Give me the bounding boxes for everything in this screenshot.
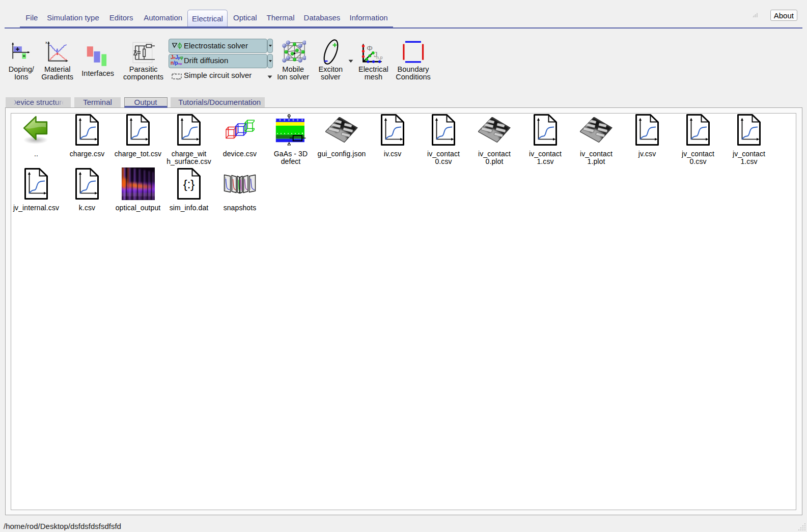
svg-text:n,p: n,p	[376, 55, 383, 60]
svg-text:{:}: {:}	[183, 177, 195, 191]
svg-text:+++++++: +++++++	[275, 118, 305, 123]
svg-text:x: x	[45, 40, 47, 45]
svg-text:Φ: Φ	[367, 44, 373, 52]
